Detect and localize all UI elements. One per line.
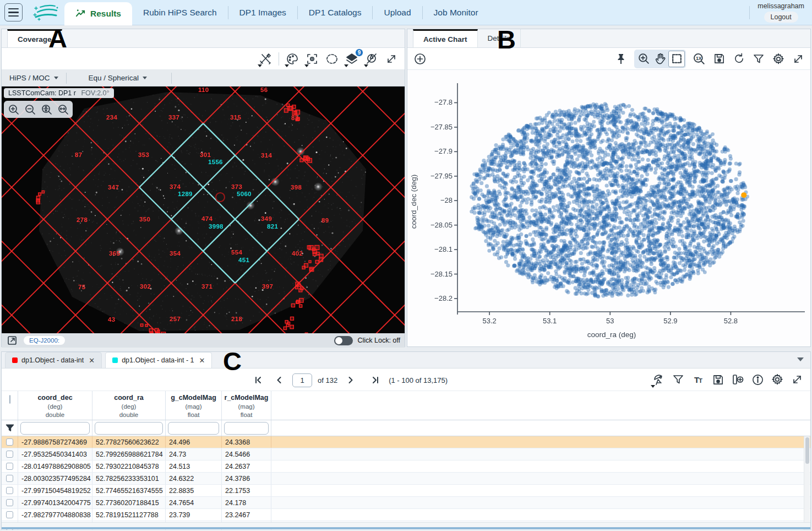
filter-icon-cell[interactable] — [2, 420, 18, 436]
tab-list-dropdown[interactable] — [797, 357, 804, 361]
tab-upload[interactable]: Upload — [373, 0, 422, 25]
tab-results[interactable]: Results — [64, 2, 132, 25]
table-row[interactable]: -27.99715045481925252.77465521637455522.… — [2, 485, 810, 497]
close-tab-2-button[interactable]: ✕ — [198, 356, 205, 365]
chart-select-mode-button[interactable] — [668, 51, 685, 67]
tab-dp1-images[interactable]: DP1 Images — [228, 0, 297, 25]
coord-system-dropdown[interactable]: Equ / Spherical — [81, 70, 155, 86]
color-settings-button[interactable] — [284, 51, 301, 67]
expand-panel-button[interactable] — [383, 51, 400, 67]
row-checkbox[interactable] — [6, 438, 13, 446]
filler-cell — [271, 509, 810, 521]
chart-tab-strip: Active Chart Details — [407, 29, 810, 48]
chart-icon — [75, 9, 86, 18]
select-region-button[interactable] — [324, 51, 340, 67]
layers-button[interactable]: 9 — [344, 51, 360, 67]
row-checkbox[interactable] — [6, 499, 13, 506]
save-table-button[interactable] — [710, 371, 726, 388]
save-chart-button[interactable] — [711, 51, 727, 67]
comet-logo-icon — [30, 2, 59, 21]
tab-details[interactable]: Details — [478, 29, 521, 47]
filter-table-button[interactable] — [670, 371, 686, 388]
table-cell: -27.997150454819252 — [18, 485, 92, 496]
table-cell: 24.7654 — [166, 497, 222, 508]
next-page-button[interactable] — [345, 372, 357, 388]
search-related-button[interactable] — [650, 371, 667, 388]
tab-dp1-catalogs[interactable]: DP1 Catalogs — [298, 0, 373, 25]
column-header-coord_ra[interactable]: coord_ra(deg)double — [92, 391, 166, 420]
column-header-g_cModelMag[interactable]: g_cModelMag(mag)float — [166, 391, 222, 420]
sky-canvas[interactable] — [2, 86, 405, 333]
table-info-button[interactable] — [749, 371, 766, 388]
chart-options-button[interactable] — [770, 51, 787, 67]
table-toolbar: TT — [648, 371, 807, 388]
table-row[interactable]: -27.99740134200477552.7736020718841524.7… — [2, 497, 810, 509]
zoom-fit-button[interactable] — [40, 102, 53, 116]
text-view-button[interactable]: TT — [690, 371, 706, 388]
expand-icon — [792, 52, 805, 66]
layers-count-badge: 9 — [355, 48, 363, 57]
zoom-in-button[interactable] — [7, 102, 20, 116]
table-row[interactable]: -27.98279770488083852.7819152112778823.7… — [2, 509, 810, 521]
filter-input-r_cModelMag[interactable] — [224, 422, 269, 435]
column-header-coord_dec[interactable]: coord_dec(deg)double — [18, 391, 92, 420]
chart-zoom-mode-button[interactable] — [635, 51, 652, 67]
divider — [171, 73, 172, 84]
row-checkbox[interactable] — [6, 451, 13, 458]
horizontal-scrollbar[interactable] — [2, 522, 810, 529]
table-cell: -28.003023577495284 — [18, 473, 92, 484]
table-cell: 52.78191521127788 — [92, 509, 166, 521]
filter-chart-button[interactable] — [750, 51, 767, 67]
scrollbar-thumb[interactable] — [805, 437, 809, 464]
table-row[interactable]: -27.9532545034140352.79926598862178424.7… — [2, 448, 810, 460]
row-checkbox[interactable] — [6, 511, 13, 518]
row-checkbox[interactable] — [6, 475, 13, 482]
filter-input-coord_ra[interactable] — [95, 422, 163, 435]
scatter-chart-canvas[interactable] — [407, 70, 810, 346]
rotate-off-button[interactable] — [363, 51, 380, 67]
restore-chart-button[interactable] — [731, 51, 747, 67]
recenter-button[interactable] — [304, 51, 320, 67]
tab-active-chart[interactable]: Active Chart — [413, 29, 478, 47]
last-page-button[interactable] — [369, 372, 382, 388]
column-header-r_cModelMag[interactable]: r_cModelMag(mag)float — [222, 391, 271, 420]
chart-pan-mode-button[interactable] — [652, 51, 668, 67]
logout-button[interactable]: Logout — [764, 12, 798, 23]
table-row[interactable]: -28.00302357749528452.7825623335310124.6… — [2, 473, 810, 485]
tab-rubin-hips-search[interactable]: Rubin HiPS Search — [132, 0, 228, 25]
tab-job-monitor[interactable]: Job Monitor — [423, 0, 489, 25]
expand-table-button[interactable] — [789, 371, 805, 388]
hips-moc-dropdown[interactable]: HiPS / MOC — [2, 70, 66, 86]
expand-chart-button[interactable] — [790, 51, 806, 67]
click-lock-toggle[interactable] — [334, 336, 353, 345]
close-tab-1-button[interactable]: ✕ — [88, 356, 95, 365]
row-range-label: (1 - 100 of 13,175) — [389, 376, 448, 384]
popout-button[interactable] — [6, 334, 18, 346]
table-row[interactable]: -27.9886758727436952.7782756062362224.49… — [2, 436, 810, 448]
table-tab-1[interactable]: dp1.Object - data-int ✕ — [5, 352, 102, 368]
filter-input-coord_dec[interactable] — [20, 422, 90, 435]
table-cell: 24.3368 — [222, 436, 271, 448]
filter-input-g_cModelMag[interactable] — [168, 422, 219, 435]
first-page-icon — [254, 376, 263, 384]
add-column-button[interactable] — [729, 371, 746, 388]
page-number-input[interactable] — [292, 373, 312, 387]
table-row[interactable]: -28.01497886290880552.7930221084537824.5… — [2, 460, 810, 473]
select-all-checkbox[interactable] — [9, 395, 10, 404]
image-tools-button[interactable] — [257, 51, 274, 67]
first-page-button[interactable] — [252, 372, 264, 388]
table-options-button[interactable] — [769, 371, 786, 388]
row-checkbox[interactable] — [6, 487, 13, 494]
pin-chart-button[interactable] — [613, 51, 629, 67]
vertical-scrollbar[interactable] — [804, 436, 810, 530]
zoom-original-button[interactable]: 1X — [691, 51, 707, 67]
hamburger-menu-button[interactable] — [4, 3, 23, 21]
zoom-fill-button[interactable] — [56, 102, 70, 116]
scrollbar-thumb[interactable] — [2, 527, 810, 529]
tab-coverage[interactable]: Coverage — [7, 29, 62, 47]
table-tab-2[interactable]: dp1.Object - data-int - 1 ✕ — [105, 352, 212, 368]
add-chart-button[interactable] — [412, 51, 428, 67]
prev-page-button[interactable] — [273, 372, 285, 388]
row-checkbox[interactable] — [6, 463, 13, 470]
zoom-out-button[interactable] — [23, 102, 37, 116]
